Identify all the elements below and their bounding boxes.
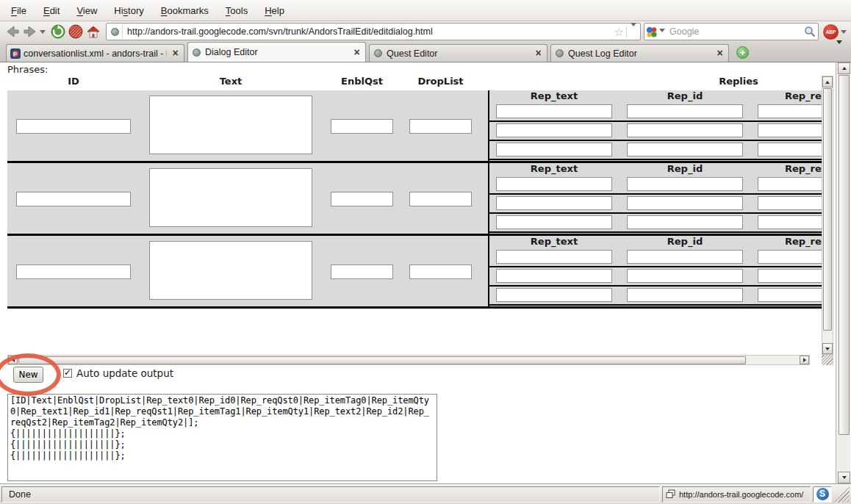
window-vscroll-thumb[interactable] <box>839 75 850 435</box>
table-horizontal-scrollbar[interactable] <box>7 355 810 365</box>
phrase-0-id-input[interactable] <box>16 119 131 134</box>
page-icon <box>373 48 384 59</box>
table-resize-grip[interactable] <box>822 355 833 365</box>
tab-quest-editor[interactable]: Quest Editor× <box>369 44 547 62</box>
list-all-tabs-icon[interactable] <box>836 44 842 55</box>
phrase-2-reply-2-rep_reqqst-input[interactable] <box>758 288 822 302</box>
phrase-2-droplist-input[interactable] <box>409 264 472 279</box>
s-extension-icon[interactable]: S <box>816 488 829 500</box>
phrase-1-reply-1-rep_id-input[interactable] <box>627 196 743 210</box>
url-dropdown-icon[interactable] <box>627 26 640 37</box>
phrase-1-reply-0-rep_reqqst-input[interactable] <box>758 177 822 191</box>
scroll-right-icon[interactable] <box>800 356 809 364</box>
output-textarea[interactable] <box>7 394 437 481</box>
menu-help[interactable]: Help <box>258 2 291 19</box>
phrase-1-id-input[interactable] <box>16 192 131 206</box>
phrase-2-id-input[interactable] <box>16 264 131 279</box>
column-header-id: ID <box>16 76 131 89</box>
phrase-2-reply-2-rep_id-input[interactable] <box>627 288 743 302</box>
phrase-2-text-area[interactable] <box>149 241 312 300</box>
reload-icon[interactable] <box>50 24 66 40</box>
status-link-url: http://andors-trail.googlecode.com/ <box>679 490 803 499</box>
menu-edit[interactable]: Edit <box>37 2 66 19</box>
scroll-down-icon[interactable] <box>838 472 850 483</box>
menu-bookmarks[interactable]: Bookmarks <box>154 2 215 19</box>
phrase-1-reply-0-rep_id-input[interactable] <box>627 177 743 191</box>
adblock-plus-icon[interactable]: ABP <box>823 24 839 40</box>
menu-file[interactable]: File <box>4 2 33 19</box>
phrase-2-reply-1-rep_id-input[interactable] <box>627 269 743 283</box>
phrase-0-reply-2-rep_text-input[interactable] <box>496 143 612 156</box>
tab-conversationlist-xml-andors-trail-projec[interactable]: conversationlist.xml - andors-trail - Pr… <box>6 44 184 62</box>
phrase-1-reply-2-rep_reqqst-input[interactable] <box>758 215 822 229</box>
phrase-0-reply-2-rep_id-input[interactable] <box>627 143 743 156</box>
table-vertical-scrollbar[interactable] <box>822 76 833 355</box>
phrase-1-reply-2-rep_id-input[interactable] <box>627 215 743 229</box>
search-magnifier-icon[interactable] <box>802 24 816 40</box>
phrase-1-reply-1-rep_reqqst-input[interactable] <box>758 196 822 210</box>
extension-panel[interactable]: S <box>813 486 832 503</box>
phrase-0-text-area[interactable] <box>149 96 312 154</box>
url-input[interactable] <box>123 26 612 37</box>
tab-close-icon[interactable]: × <box>351 47 362 58</box>
phrase-1-enblqst-input[interactable] <box>331 192 393 206</box>
phrase-2-reply-1-rep_reqqst-input[interactable] <box>758 269 822 283</box>
scroll-up-icon[interactable] <box>822 76 833 87</box>
table-vscroll-thumb[interactable] <box>823 88 832 331</box>
phrase-0-droplist-input[interactable] <box>409 119 472 134</box>
tab-close-icon[interactable]: × <box>714 48 725 59</box>
phrase-1-reply-1-rep_text-input[interactable] <box>496 196 612 210</box>
search-input[interactable] <box>667 26 802 37</box>
scroll-up-icon[interactable] <box>838 62 850 74</box>
phrase-0-enblqst-input[interactable] <box>331 119 393 134</box>
new-button[interactable]: New <box>13 367 43 383</box>
phrase-0-reply-1-rep_text-input[interactable] <box>496 123 612 137</box>
forward-icon[interactable] <box>22 24 38 40</box>
phrase-0-reply-row-0 <box>489 103 822 122</box>
phrase-0-reply-1-rep_reqqst-input[interactable] <box>758 123 822 137</box>
google-logo-icon[interactable] <box>644 24 658 40</box>
window-vertical-scrollbar[interactable] <box>836 62 850 483</box>
menu-bar: FileEditViewHistoryBookmarksToolsHelp <box>0 0 851 21</box>
phrase-0-reply-0-rep_id-input[interactable] <box>627 104 743 118</box>
scroll-left-icon[interactable] <box>8 356 18 364</box>
phrase-0-reply-2-rep_reqqst-input[interactable] <box>758 143 822 156</box>
history-dropdown-icon[interactable] <box>40 30 46 37</box>
adblock-dropdown-icon[interactable] <box>841 30 847 37</box>
phrase-1-text-area[interactable] <box>149 168 312 227</box>
menu-history[interactable]: History <box>107 2 150 19</box>
phrase-2-reply-2-rep_text-input[interactable] <box>496 288 612 302</box>
stop-icon[interactable] <box>68 24 84 40</box>
home-icon[interactable] <box>85 24 101 40</box>
phrase-2-enblqst-input[interactable] <box>331 264 393 279</box>
tab-dialog-editor[interactable]: Dialog Editor× <box>187 42 366 62</box>
search-engine-dropdown-icon[interactable] <box>659 29 665 35</box>
phrase-0-reply-1-rep_id-input[interactable] <box>627 123 743 137</box>
new-tab-icon[interactable]: + <box>736 46 749 59</box>
menu-view[interactable]: View <box>70 2 104 19</box>
tab-quest-log-editor[interactable]: Quest Log Editor× <box>550 44 729 62</box>
popup-pages-icon <box>666 489 676 499</box>
phrase-2-reply-row-1 <box>489 267 822 287</box>
bookmark-star-icon[interactable]: ☆ <box>612 26 626 37</box>
phrase-2-reply-0-rep_reqqst-input[interactable] <box>758 250 822 264</box>
phrase-2-reply-0-rep_id-input[interactable] <box>627 250 743 264</box>
menu-tools[interactable]: Tools <box>219 2 254 19</box>
window-resize-grip[interactable] <box>834 486 850 503</box>
phrase-1-droplist-input[interactable] <box>409 192 472 206</box>
browser-window: FileEditViewHistoryBookmarksToolsHelp ☆ <box>0 0 851 504</box>
phrase-1-reply-0-rep_text-input[interactable] <box>496 177 612 191</box>
tab-close-icon[interactable]: × <box>533 48 544 59</box>
phrase-2-reply-1-rep_text-input[interactable] <box>496 269 612 283</box>
phrase-2-reply-0-rep_text-input[interactable] <box>496 250 612 264</box>
phrase-1-reply-2-rep_text-input[interactable] <box>496 215 612 229</box>
auto-update-label: Auto update output <box>76 367 173 379</box>
phrase-0-reply-0-rep_reqqst-input[interactable] <box>758 104 822 118</box>
table-hscroll-thumb[interactable] <box>18 356 746 364</box>
tab-close-icon[interactable]: × <box>170 48 181 59</box>
column-header-replies: Replies <box>683 76 794 89</box>
back-icon[interactable] <box>4 24 21 40</box>
scroll-down-icon[interactable] <box>822 343 833 354</box>
phrase-0-reply-0-rep_text-input[interactable] <box>496 104 612 118</box>
auto-update-checkbox[interactable] <box>63 369 72 378</box>
